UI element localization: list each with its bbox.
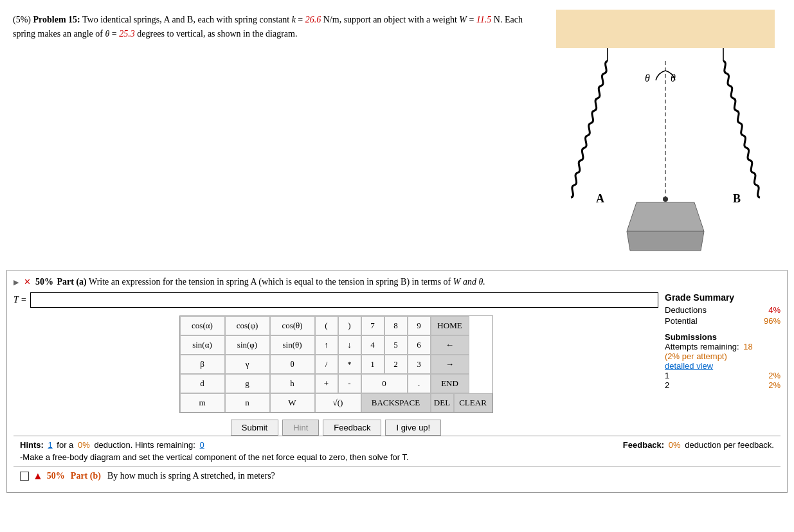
key-del[interactable]: DEL	[431, 393, 454, 412]
part-a-section: ▶ ✕ 50% Part (a) Write an expression for…	[6, 270, 788, 493]
key-n[interactable]: n	[225, 393, 270, 412]
key-2[interactable]: 2	[384, 355, 408, 374]
k-equals: =	[296, 15, 305, 24]
feedback-label: Feedback:	[623, 440, 664, 450]
W-label: W	[459, 15, 467, 24]
key-cos-alpha[interactable]: cos(α)	[180, 316, 225, 335]
key-7[interactable]: 7	[361, 316, 384, 335]
potential-value: 96%	[764, 316, 780, 326]
key-sin-theta[interactable]: sin(θ)	[270, 335, 315, 355]
spring-diagram: θ θ A B	[550, 10, 781, 260]
hints-section: Hints: 1 for a 0% deduction. Hints remai…	[14, 436, 780, 466]
key-3[interactable]: 3	[408, 355, 431, 374]
key-up[interactable]: ↑	[315, 335, 338, 355]
key-left-arrow[interactable]: ←	[431, 335, 469, 355]
key-m[interactable]: m	[180, 393, 225, 412]
key-cos-phi[interactable]: cos(φ)	[225, 316, 270, 335]
part-b-description: By how much is spring A stretched, in me…	[107, 471, 275, 481]
input-row: T =	[14, 292, 658, 308]
keypad-row-2: sin(α) sin(φ) sin(θ) ↑ ↓ 4 5 6 ←	[180, 335, 492, 355]
theta-unit: degrees to vertical, as shown in the dia…	[135, 29, 298, 39]
key-0[interactable]: 0	[361, 374, 408, 393]
hint-body: -Make a free-body diagram and set the ve…	[20, 452, 774, 462]
feedback-button[interactable]: Feedback	[323, 420, 381, 436]
key-g[interactable]: g	[225, 374, 270, 393]
spring-illustration: θ θ A B	[550, 10, 781, 260]
t-equals-label: T =	[14, 295, 26, 305]
checkbox-icon[interactable]	[20, 472, 29, 481]
key-4[interactable]: 4	[361, 335, 384, 355]
key-close-paren[interactable]: )	[338, 316, 361, 335]
potential-row: Potential 96%	[665, 316, 780, 326]
part-a-vars: W and θ.	[453, 277, 485, 287]
keypad-row-4: d g h + - 0 . END	[180, 374, 492, 393]
key-5[interactable]: 5	[384, 335, 408, 355]
key-sin-alpha[interactable]: sin(α)	[180, 335, 225, 355]
answer-input[interactable]	[30, 292, 658, 308]
keypad-row-1: cos(α) cos(φ) cos(θ) ( ) 7 8 9 HOME	[180, 316, 492, 335]
svg-text:θ: θ	[645, 73, 650, 84]
hints-count[interactable]: 1	[48, 440, 52, 450]
part-b-label: Part (b)	[71, 471, 101, 481]
key-h[interactable]: h	[270, 374, 315, 393]
hints-top: Hints: 1 for a 0% deduction. Hints remai…	[20, 440, 774, 450]
keypad-row-5: m n W √() BACKSPACE DEL CLEAR	[180, 393, 492, 412]
sub1-value: 2%	[768, 371, 780, 380]
key-8[interactable]: 8	[384, 316, 408, 335]
svg-point-5	[663, 197, 668, 202]
key-gamma[interactable]: γ	[225, 355, 270, 374]
key-right-arrow[interactable]: →	[431, 355, 469, 374]
svg-text:θ: θ	[671, 73, 676, 84]
key-sqrt[interactable]: √()	[315, 393, 361, 412]
potential-label: Potential	[665, 316, 698, 326]
attempts-row: Attempts remaining: 18	[665, 342, 780, 351]
hints-for-text: for a	[57, 440, 73, 450]
problem-section: (5%) Problem 15: Two identical springs, …	[6, 6, 788, 263]
key-W[interactable]: W	[270, 393, 315, 412]
key-backspace[interactable]: BACKSPACE	[361, 393, 431, 412]
hints-left: Hints: 1 for a 0% deduction. Hints remai…	[20, 440, 204, 450]
problem-image: θ θ A B	[543, 6, 788, 263]
key-minus[interactable]: -	[338, 374, 361, 393]
key-9[interactable]: 9	[408, 316, 431, 335]
key-open-paren[interactable]: (	[315, 316, 338, 335]
key-multiply[interactable]: *	[338, 355, 361, 374]
key-end[interactable]: END	[431, 374, 469, 393]
key-1[interactable]: 1	[361, 355, 384, 374]
key-plus[interactable]: +	[315, 374, 338, 393]
svg-text:B: B	[733, 192, 741, 205]
deductions-value: 4%	[768, 305, 780, 315]
key-6[interactable]: 6	[408, 335, 431, 355]
key-sin-phi[interactable]: sin(φ)	[225, 335, 270, 355]
problem-desc-start: Two identical springs, A and B, each wit…	[82, 15, 292, 24]
key-home[interactable]: HOME	[431, 316, 469, 335]
give-up-button[interactable]: I give up!	[385, 420, 441, 436]
feedback-text: deduction per feedback.	[685, 440, 774, 450]
deductions-row: Deductions 4%	[665, 305, 780, 315]
part-a-left: T = cos(α) cos(φ) cos(θ) ( ) 7	[14, 292, 658, 436]
k-unit: N/m, support an object with a weight	[321, 15, 459, 24]
submit-button[interactable]: Submit	[231, 420, 278, 436]
key-theta[interactable]: θ	[270, 355, 315, 374]
part-a-description: Write an expression for the tension in s…	[89, 277, 451, 287]
hint-button[interactable]: Hint	[282, 420, 319, 436]
key-cos-theta[interactable]: cos(θ)	[270, 316, 315, 335]
hints-label: Hints:	[20, 440, 44, 450]
key-clear[interactable]: CLEAR	[454, 393, 492, 412]
key-beta[interactable]: β	[180, 355, 225, 374]
part-a-label: Part (a)	[57, 277, 87, 287]
svg-marker-7	[627, 231, 704, 251]
part-a-percent: 50%	[35, 277, 53, 287]
sub1-label: 1	[665, 371, 669, 380]
detailed-view-link[interactable]: detailed view	[665, 361, 713, 371]
theta-value: 25.3	[119, 29, 135, 39]
hints-deduction-text: deduction. Hints remaining:	[94, 440, 195, 450]
k-value: 26.6	[305, 15, 321, 24]
keypad-row-3: β γ θ / * 1 2 3 →	[180, 355, 492, 374]
key-down[interactable]: ↓	[338, 335, 361, 355]
key-decimal[interactable]: .	[408, 374, 431, 393]
sub1-row: 1 2%	[665, 371, 780, 380]
detailed-view-row: detailed view	[665, 361, 780, 371]
key-d[interactable]: d	[180, 374, 225, 393]
key-divide[interactable]: /	[315, 355, 338, 374]
